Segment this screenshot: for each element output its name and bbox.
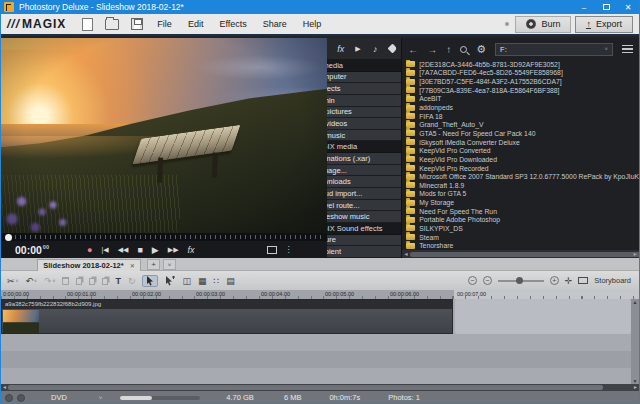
scroll-right-icon[interactable]: ► — [633, 384, 638, 391]
folder-row[interactable]: Microsoft Office 2007 Standard SP3 12.0.… — [406, 172, 639, 181]
slideshow-tab[interactable]: Slideshow 2018-02-12*✕ — [37, 259, 141, 271]
list-view-icon[interactable] — [622, 45, 633, 54]
folder-row[interactable]: KeepVid Pro Converted — [406, 146, 639, 155]
tab-transitions[interactable]: ▶ — [349, 38, 366, 59]
redo-button[interactable]: ↷˅ — [44, 276, 55, 286]
folder-row[interactable]: Mods for GTA 5 — [406, 190, 639, 199]
folder-row[interactable]: KeepVid Pro Recorded — [406, 164, 639, 173]
grid-view-button[interactable]: ▦ — [198, 276, 207, 286]
scroll-right-icon[interactable]: ► — [633, 250, 638, 258]
fullscreen-icon[interactable] — [267, 246, 277, 254]
chevron-down-icon[interactable]: ˅ — [99, 395, 103, 401]
tab-tags[interactable] — [384, 38, 401, 59]
tracks-view-button[interactable]: ▤ — [226, 276, 235, 286]
rewind-button[interactable]: ◀◀ — [118, 246, 129, 254]
folder-row[interactable]: My Storage — [406, 198, 639, 207]
menu-file[interactable]: File — [149, 19, 180, 29]
folder-row[interactable]: [77B09C3A-839E-4ea7-818A-E5864F6BF388] — [406, 86, 639, 95]
fit-view-icon[interactable]: ✛ — [565, 276, 573, 286]
search-icon[interactable] — [460, 46, 467, 53]
split-button[interactable]: ◫ — [182, 276, 191, 286]
up-icon[interactable]: ↑ — [446, 44, 451, 55]
menu-share[interactable]: Share — [255, 19, 295, 29]
select-tool-button[interactable] — [142, 275, 158, 287]
folder-row[interactable]: Minecraft 1.8.9 — [406, 181, 639, 190]
scroll-up-icon[interactable]: ▲ — [633, 299, 638, 305]
paste-button[interactable] — [102, 276, 108, 285]
chevron-down-icon[interactable]: ˅ — [34, 278, 37, 284]
close-button[interactable]: ✕ — [617, 0, 639, 14]
minimize-button[interactable]: – — [573, 0, 595, 14]
folder-row[interactable]: GTA5 - Need For Speed Car Pack 140 — [406, 129, 639, 138]
preview-scrubber[interactable] — [1, 233, 327, 241]
folder-row[interactable]: Portable Adobe Photoshop — [406, 216, 639, 225]
folder-row[interactable]: SILKYPIX_DS — [406, 224, 639, 233]
copy-button[interactable] — [76, 276, 82, 285]
zoom-slider-thumb[interactable] — [516, 277, 523, 284]
file-browser-hscrollbar[interactable]: ◄ ► — [402, 250, 639, 258]
maximize-button[interactable] — [595, 0, 617, 14]
tab-menu-button[interactable]: ˅ — [163, 259, 176, 270]
folder-row[interactable]: addonpeds — [406, 103, 639, 112]
folder-row[interactable]: iSkysoft iMedia Converter Deluxe — [406, 138, 639, 147]
folder-row[interactable]: [2DE318CA-3446-4b5b-8781-3D92AF9E3052] — [406, 60, 639, 69]
scroll-left-icon[interactable]: ◄ — [2, 384, 7, 391]
folder-row[interactable]: FIFA 18 — [406, 112, 639, 121]
tab-music[interactable]: ♪ — [367, 38, 384, 59]
forward-icon[interactable]: → — [427, 44, 437, 55]
folder-row[interactable]: [7A7ACBDD-FED6-4ec5-8D26-5549FE858968] — [406, 69, 639, 78]
scrubber-playhead[interactable] — [5, 234, 12, 241]
save-project-icon[interactable] — [131, 18, 143, 30]
burn-button[interactable]: Burn — [515, 16, 571, 33]
folder-row[interactable]: [30E7BD57-C5FE-484f-A3F2-A17552B6CDA7] — [406, 77, 639, 86]
monitor-icon[interactable] — [578, 277, 588, 284]
duplicate-button[interactable] — [89, 276, 95, 285]
target-medium-selector[interactable]: DVD — [51, 393, 67, 402]
title-tool-button[interactable]: T — [115, 276, 121, 286]
zoom-slider[interactable] — [498, 280, 544, 282]
chevron-down-icon[interactable]: ˅ — [16, 278, 19, 284]
tab-close-icon[interactable]: ✕ — [130, 262, 135, 269]
folder-row[interactable]: Grand_Theft_Auto_V — [406, 120, 639, 129]
path-dropdown[interactable]: F:˅ — [495, 43, 613, 56]
open-project-icon[interactable] — [105, 19, 119, 30]
cut-button[interactable]: ✂˅ — [7, 276, 18, 286]
scroll-left-icon[interactable]: ◄ — [403, 250, 408, 258]
back-icon[interactable]: ← — [408, 44, 418, 55]
menu-help[interactable]: Help — [295, 19, 330, 29]
menu-edit[interactable]: Edit — [180, 19, 212, 29]
gear-icon[interactable]: ⚙ — [476, 43, 486, 56]
menu-effects[interactable]: Effects — [211, 19, 254, 29]
new-project-icon[interactable] — [82, 18, 93, 31]
folder-row[interactable]: AceBIT — [406, 95, 639, 104]
tab-effects[interactable]: fx — [332, 38, 349, 59]
rotate-button[interactable]: ↻ — [128, 276, 136, 286]
zoom-out-button[interactable]: − — [483, 276, 492, 285]
stop-button[interactable]: ■ — [137, 245, 142, 255]
play-button[interactable]: ▶ — [152, 245, 159, 255]
object-select-button[interactable] — [165, 276, 175, 286]
zoom-out-vertical-button[interactable]: − — [468, 276, 477, 285]
zoom-in-button[interactable]: + — [550, 276, 559, 285]
fast-forward-button[interactable]: ▶▶ — [168, 246, 179, 254]
folder-row[interactable]: KeepVid Pro Downloaded — [406, 155, 639, 164]
timeline-hscrollbar[interactable]: ◄ ► — [1, 384, 639, 391]
folder-row[interactable]: Need For Speed The Run — [406, 207, 639, 216]
add-tab-button[interactable]: + — [147, 259, 160, 270]
storyboard-mode-button[interactable]: Storyboard — [594, 276, 631, 285]
range-button[interactable]: ∷ — [213, 276, 219, 286]
folder-row[interactable]: Tenorshare — [406, 241, 639, 250]
timeline-clip[interactable]: a9a382c759fb222832f68b2d909.jpg — [1, 299, 453, 334]
timeline-hscroll-thumb[interactable] — [8, 385, 603, 390]
preview-menu-icon[interactable]: ⋮ — [285, 245, 293, 254]
preview-fx-button[interactable]: fx — [188, 245, 195, 255]
record-button[interactable]: ● — [87, 245, 92, 255]
hscroll-thumb[interactable] — [410, 252, 640, 257]
undo-button[interactable]: ↶˅ — [25, 276, 36, 286]
folder-row[interactable]: Steam — [406, 233, 639, 242]
delete-button[interactable] — [62, 277, 69, 285]
tracks-vscrollbar[interactable]: ▲ ▼ — [631, 299, 639, 384]
export-button[interactable]: ↑Export — [575, 16, 633, 33]
timeline-ruler[interactable]: 0:00:00.00 00:00:01.00 00:00:02.00 00:00… — [1, 290, 639, 299]
skip-start-button[interactable]: |◀ — [101, 246, 108, 254]
